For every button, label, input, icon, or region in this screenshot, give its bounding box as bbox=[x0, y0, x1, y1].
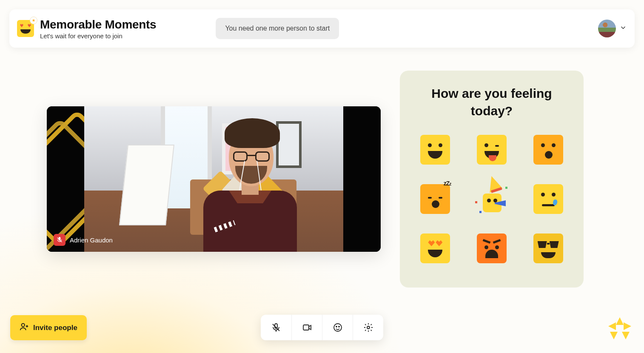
video-letterbox-right bbox=[343, 106, 381, 252]
call-controls bbox=[261, 315, 383, 340]
profile-menu[interactable] bbox=[598, 20, 627, 37]
feeling-option-party[interactable] bbox=[477, 184, 507, 214]
avatar bbox=[598, 20, 616, 37]
feeling-option-love[interactable] bbox=[420, 233, 450, 263]
status-message: You need one more person to start bbox=[216, 18, 339, 39]
video-letterbox-left bbox=[47, 106, 84, 252]
invite-label: Invite people bbox=[33, 324, 77, 332]
activity-title: Memorable Moments bbox=[40, 18, 156, 31]
feeling-option-surprised[interactable] bbox=[533, 135, 563, 165]
feelings-panel: How are you feeling today? zZz bbox=[400, 71, 584, 288]
svg-rect-7 bbox=[303, 325, 309, 330]
feeling-option-cool[interactable] bbox=[533, 233, 563, 263]
feelings-grid: zZz bbox=[417, 135, 567, 263]
activity-subtitle: Let's wait for everyone to join bbox=[40, 32, 156, 40]
participant-name-tag: Adrien Gaudon bbox=[54, 234, 113, 246]
video-tile[interactable]: Adrien Gaudon bbox=[47, 106, 381, 252]
svg-point-1 bbox=[22, 324, 25, 327]
reactions-button[interactable] bbox=[322, 315, 353, 340]
feeling-option-sleepy[interactable]: zZz bbox=[420, 184, 450, 214]
svg-point-10 bbox=[339, 326, 339, 327]
title-block: Memorable Moments Let's wait for everyon… bbox=[40, 18, 156, 40]
person-plus-icon bbox=[20, 322, 29, 333]
feelings-title: How are you feeling today? bbox=[417, 85, 567, 120]
feeling-option-sad[interactable] bbox=[533, 184, 563, 214]
chevron-down-icon bbox=[619, 24, 627, 33]
activity-icon bbox=[17, 20, 34, 37]
brand-logo-icon bbox=[608, 317, 631, 340]
feeling-option-happy[interactable] bbox=[420, 135, 450, 165]
mic-toggle-button[interactable] bbox=[261, 315, 291, 340]
camera-toggle-button[interactable] bbox=[291, 315, 322, 340]
participant-name: Adrien Gaudon bbox=[70, 236, 113, 244]
svg-point-11 bbox=[367, 326, 370, 329]
video-feed bbox=[84, 106, 343, 252]
header-bar: Memorable Moments Let's wait for everyon… bbox=[9, 9, 635, 48]
feeling-option-silly[interactable] bbox=[477, 135, 507, 165]
svg-point-9 bbox=[336, 326, 337, 327]
mic-muted-icon bbox=[54, 234, 66, 246]
svg-point-8 bbox=[334, 324, 342, 331]
settings-button[interactable] bbox=[353, 315, 383, 340]
invite-people-button[interactable]: Invite people bbox=[10, 315, 87, 340]
feeling-option-angry[interactable] bbox=[477, 233, 507, 263]
